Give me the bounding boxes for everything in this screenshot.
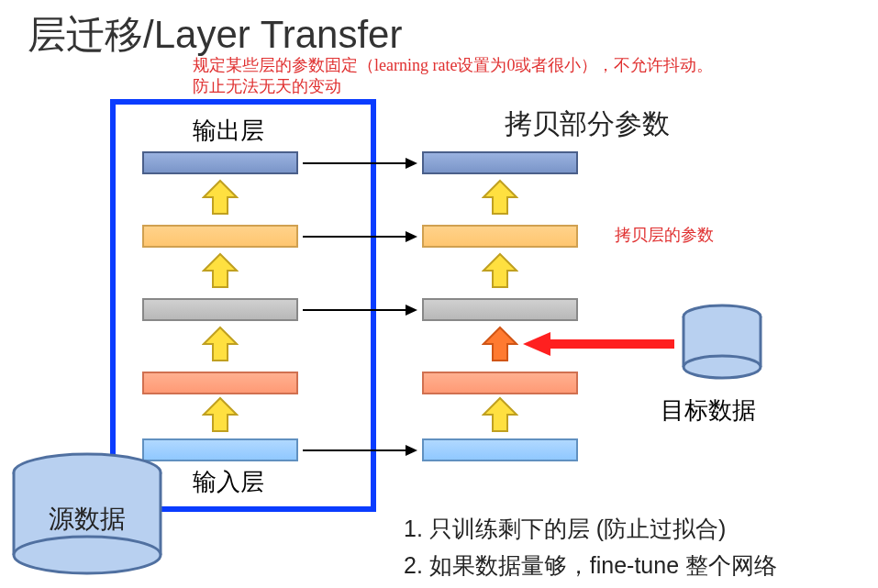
input-layer-label: 输入层 [193, 466, 264, 498]
target-data-label: 目标数据 [661, 394, 756, 427]
right-layer4-bar [422, 372, 578, 394]
transfer-arrow-icon [303, 227, 422, 246]
svg-point-14 [684, 356, 761, 378]
up-arrow-icon [482, 396, 518, 433]
left-layer3-bar [142, 298, 298, 321]
note-fixed-params: 规定某些层的参数固定（learning rate设置为0或者很小），不允许抖动。… [193, 55, 713, 98]
orange-up-arrow-icon [482, 326, 518, 362]
up-arrow-icon [202, 396, 239, 433]
transfer-arrow-icon [303, 301, 422, 319]
target-data-cylinder-icon [679, 303, 766, 385]
svg-point-8 [14, 537, 161, 573]
up-arrow-icon [482, 252, 518, 289]
up-arrow-icon [202, 252, 239, 289]
transfer-arrow-icon [303, 441, 422, 460]
left-output-layer-bar [142, 151, 298, 174]
red-left-arrow-icon [523, 330, 679, 358]
output-layer-label: 输出层 [193, 115, 264, 147]
up-arrow-icon [202, 326, 239, 362]
left-input-layer-bar [142, 438, 298, 461]
note-copy-layer-params: 拷贝层的参数 [615, 225, 714, 246]
transfer-arrow-icon [303, 154, 422, 172]
right-layer2-bar [422, 225, 578, 248]
copy-partial-params-title: 拷贝部分参数 [505, 105, 670, 143]
up-arrow-icon [202, 179, 239, 216]
svg-text:源数据: 源数据 [49, 505, 126, 533]
right-input-layer-bar [422, 438, 578, 461]
left-layer2-bar [142, 225, 298, 248]
source-data-cylinder-icon: 源数据 [9, 449, 165, 578]
bullet-2: 2. 如果数据量够，fine-tune 整个网络 [404, 550, 777, 581]
right-layer3-bar [422, 298, 578, 321]
up-arrow-icon [482, 179, 518, 216]
right-output-layer-bar [422, 151, 578, 174]
bullet-1: 1. 只训练剩下的层 (防止过拟合) [404, 514, 726, 544]
left-layer4-bar [142, 372, 298, 394]
page-title: 层迁移/Layer Transfer [28, 9, 402, 61]
